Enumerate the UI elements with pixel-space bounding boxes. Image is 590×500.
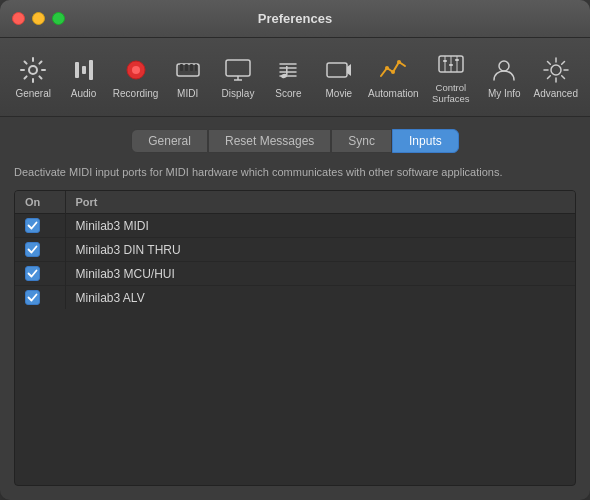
row-2-port: Minilab3 MCU/HUI: [65, 262, 575, 286]
header-on: On: [15, 191, 65, 214]
tab-general[interactable]: General: [131, 129, 208, 153]
svg-rect-24: [443, 60, 447, 62]
table-row: Minilab3 ALV: [15, 286, 575, 310]
svg-point-17: [385, 66, 389, 70]
row-1-checkbox-cell: [15, 238, 65, 262]
audio-icon: [68, 54, 100, 86]
maximize-button[interactable]: [52, 12, 65, 25]
row-0-checkbox[interactable]: [25, 218, 40, 233]
toolbar-item-my-info[interactable]: My Info: [481, 50, 527, 103]
svg-point-18: [391, 70, 395, 74]
recording-icon: [120, 54, 152, 86]
row-1-checkbox[interactable]: [25, 242, 40, 257]
toolbar-item-movie[interactable]: Movie: [316, 50, 362, 103]
svg-rect-11: [226, 60, 250, 76]
toolbar-label-advanced: Advanced: [534, 88, 578, 99]
svg-point-28: [551, 65, 561, 75]
toolbar-item-control-surfaces[interactable]: Control Surfaces: [425, 44, 477, 108]
row-0-checkbox-cell: [15, 214, 65, 238]
toolbar-label-display: Display: [222, 88, 255, 99]
tab-inputs[interactable]: Inputs: [392, 129, 459, 153]
advanced-icon: [540, 54, 572, 86]
toolbar: General Audio Recording: [0, 38, 590, 117]
toolbar-item-advanced[interactable]: Advanced: [532, 50, 580, 103]
toolbar-item-recording[interactable]: Recording: [111, 50, 161, 103]
toolbar-item-automation[interactable]: Automation: [366, 50, 421, 103]
svg-rect-26: [455, 59, 459, 61]
svg-rect-9: [190, 64, 193, 71]
display-icon: [222, 54, 254, 86]
score-icon: [272, 54, 304, 86]
minimize-button[interactable]: [32, 12, 45, 25]
close-button[interactable]: [12, 12, 25, 25]
midi-ports-table: On Port Minilab3 MIDIMinilab3 DIN THRUMi…: [15, 191, 575, 309]
svg-rect-2: [82, 66, 86, 74]
svg-point-27: [499, 61, 509, 71]
preferences-window: Preferences General Audio: [0, 0, 590, 500]
svg-rect-3: [89, 60, 93, 80]
toolbar-label-midi: MIDI: [177, 88, 198, 99]
row-3-checkbox[interactable]: [25, 290, 40, 305]
table-row: Minilab3 MIDI: [15, 214, 575, 238]
midi-icon: [172, 54, 204, 86]
title-bar: Preferences: [0, 0, 590, 38]
header-port: Port: [65, 191, 575, 214]
toolbar-label-general: General: [15, 88, 51, 99]
toolbar-item-midi[interactable]: MIDI: [164, 50, 210, 103]
toolbar-label-audio: Audio: [71, 88, 97, 99]
row-3-checkbox-cell: [15, 286, 65, 310]
svg-point-19: [397, 60, 401, 64]
traffic-lights: [12, 12, 65, 25]
toolbar-label-movie: Movie: [325, 88, 352, 99]
sub-tabs: General Reset Messages Sync Inputs: [14, 129, 576, 153]
automation-icon: [377, 54, 409, 86]
svg-rect-8: [185, 64, 188, 71]
tab-sync[interactable]: Sync: [331, 129, 392, 153]
content-area: General Reset Messages Sync Inputs Deact…: [0, 117, 590, 500]
toolbar-label-my-info: My Info: [488, 88, 521, 99]
table-row: Minilab3 DIN THRU: [15, 238, 575, 262]
svg-rect-1: [75, 62, 79, 78]
row-2-checkbox[interactable]: [25, 266, 40, 281]
movie-icon: [323, 54, 355, 86]
svg-point-0: [29, 66, 37, 74]
svg-rect-25: [449, 64, 453, 66]
row-0-port: Minilab3 MIDI: [65, 214, 575, 238]
svg-rect-16: [327, 63, 347, 77]
toolbar-label-recording: Recording: [113, 88, 159, 99]
toolbar-item-score[interactable]: Score: [265, 50, 311, 103]
toolbar-label-control-surfaces: Control Surfaces: [427, 82, 475, 104]
table-row: Minilab3 MCU/HUI: [15, 262, 575, 286]
svg-point-5: [132, 66, 140, 74]
row-2-checkbox-cell: [15, 262, 65, 286]
midi-ports-table-container: On Port Minilab3 MIDIMinilab3 DIN THRUMi…: [14, 190, 576, 486]
toolbar-item-general[interactable]: General: [10, 50, 56, 103]
table-header-row: On Port: [15, 191, 575, 214]
svg-rect-7: [180, 64, 183, 71]
svg-rect-10: [195, 64, 197, 71]
toolbar-label-automation: Automation: [368, 88, 419, 99]
window-title: Preferences: [258, 11, 332, 26]
my-info-icon: [488, 54, 520, 86]
row-3-port: Minilab3 ALV: [65, 286, 575, 310]
toolbar-item-audio[interactable]: Audio: [60, 50, 106, 103]
gear-icon: [17, 54, 49, 86]
tab-reset-messages[interactable]: Reset Messages: [208, 129, 331, 153]
row-1-port: Minilab3 DIN THRU: [65, 238, 575, 262]
toolbar-label-score: Score: [275, 88, 301, 99]
description-text: Deactivate MIDI input ports for MIDI har…: [14, 165, 576, 180]
control-surfaces-icon: [435, 48, 467, 80]
toolbar-item-display[interactable]: Display: [215, 50, 261, 103]
